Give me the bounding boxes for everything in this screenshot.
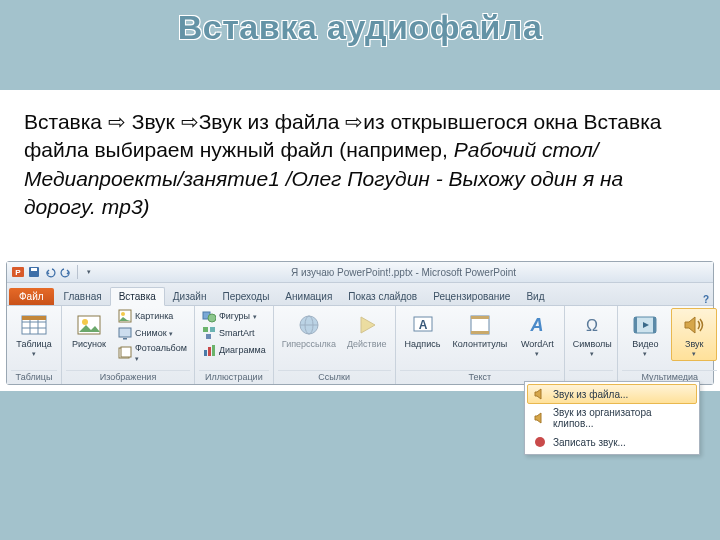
svg-text:A: A: [418, 318, 427, 332]
svg-rect-9: [22, 316, 46, 320]
tab-slideshow[interactable]: Показ слайдов: [340, 288, 425, 305]
svg-text:Ω: Ω: [586, 317, 598, 334]
hyperlink-icon: [295, 311, 323, 339]
svg-rect-14: [119, 328, 131, 337]
redo-icon[interactable]: [59, 265, 73, 279]
omega-icon: Ω: [578, 311, 606, 339]
app-icon: P: [11, 265, 25, 279]
svg-rect-3: [31, 268, 37, 271]
audio-button[interactable]: Звук ▾: [671, 308, 717, 360]
group-images: Рисунок Картинка Снимок ▾: [62, 306, 195, 384]
chart-icon: [202, 343, 216, 357]
clipart-button[interactable]: Картинка: [115, 308, 190, 324]
svg-rect-17: [121, 347, 131, 357]
tab-bar: Файл Главная Вставка Дизайн Переходы Ани…: [7, 283, 713, 306]
slide-title: Вставка аудиофайла: [0, 8, 720, 47]
picture-button[interactable]: Рисунок: [66, 308, 112, 352]
arrow-icon: ⇨: [181, 110, 199, 133]
menu-record-audio[interactable]: Записать звук...: [527, 432, 697, 452]
video-icon: [631, 311, 659, 339]
group-illustrations: Фигуры ▾ SmartArt Диаграмма Иллюстрации: [195, 306, 274, 384]
tab-home[interactable]: Главная: [56, 288, 110, 305]
powerpoint-ribbon: P ▾ Я изучаю PowerPoint!.pptx - Microsof…: [6, 261, 714, 385]
group-symbols: Ω Символы ▾: [565, 306, 618, 384]
svg-rect-23: [204, 350, 207, 356]
svg-point-41: [535, 437, 545, 447]
action-icon: [353, 311, 381, 339]
clipart-icon: [118, 309, 132, 323]
instruction-text: Вставка ⇨ Звук ⇨Звук из файла ⇨из открыв…: [0, 90, 720, 261]
svg-rect-15: [123, 338, 127, 340]
wordart-icon: A: [523, 311, 551, 339]
arrow-icon: ⇨: [345, 110, 363, 133]
group-tables: Таблица ▾ Таблицы: [7, 306, 62, 384]
audio-dropdown-menu: Звук из файла... Звук из организатора кл…: [524, 381, 700, 455]
svg-rect-22: [206, 334, 211, 339]
undo-icon[interactable]: [43, 265, 57, 279]
wordart-button[interactable]: A WordArt ▾: [514, 308, 560, 360]
chevron-down-icon: ▾: [590, 350, 594, 358]
arrow-icon: ⇨: [108, 110, 126, 133]
svg-text:P: P: [15, 268, 21, 277]
window-title: Я изучаю PowerPoint!.pptx - Microsoft Po…: [98, 267, 709, 278]
speaker-icon: [680, 311, 708, 339]
screenshot-icon: [118, 326, 132, 340]
hyperlink-button[interactable]: Гиперссылка: [278, 308, 340, 352]
group-text: A Надпись Колонтитулы A WordArt ▾ Текст: [396, 306, 566, 384]
svg-rect-33: [471, 316, 489, 319]
video-button[interactable]: Видео ▾: [622, 308, 668, 360]
svg-rect-38: [634, 317, 637, 333]
table-button[interactable]: Таблица ▾: [11, 308, 57, 360]
svg-point-11: [82, 319, 88, 325]
svg-point-19: [208, 314, 216, 322]
smartart-button[interactable]: SmartArt: [199, 325, 269, 341]
title-bar: P ▾ Я изучаю PowerPoint!.pptx - Microsof…: [7, 262, 713, 283]
table-icon: [20, 311, 48, 339]
group-links: Гиперссылка Действие Ссылки: [274, 306, 396, 384]
symbols-button[interactable]: Ω Символы ▾: [569, 308, 615, 360]
speaker-icon: [533, 387, 547, 401]
speaker-icon: [533, 411, 547, 425]
tab-animations[interactable]: Анимация: [277, 288, 340, 305]
svg-rect-25: [212, 345, 215, 356]
screenshot-button[interactable]: Снимок ▾: [115, 325, 190, 341]
svg-rect-20: [203, 327, 208, 332]
textbox-icon: A: [409, 311, 437, 339]
record-icon: [533, 435, 547, 449]
qat-dropdown-icon[interactable]: ▾: [82, 265, 96, 279]
save-icon[interactable]: [27, 265, 41, 279]
group-media: Видео ▾ Звук ▾ Мультимедиа: [618, 306, 720, 384]
svg-marker-29: [361, 317, 375, 333]
chart-button[interactable]: Диаграмма: [199, 342, 269, 358]
help-icon[interactable]: ?: [703, 294, 709, 305]
headerfooter-icon: [466, 311, 494, 339]
tab-transitions[interactable]: Переходы: [214, 288, 277, 305]
picture-icon: [75, 311, 103, 339]
chevron-down-icon: ▾: [643, 350, 647, 358]
svg-text:A: A: [530, 315, 544, 335]
svg-point-13: [121, 312, 125, 316]
photoalbum-icon: [118, 346, 132, 360]
photoalbum-button[interactable]: Фотоальбом ▾: [115, 342, 190, 364]
svg-rect-21: [210, 327, 215, 332]
chevron-down-icon: ▾: [535, 350, 539, 358]
headerfooter-button[interactable]: Колонтитулы: [449, 308, 512, 352]
chevron-down-icon: ▾: [32, 350, 36, 358]
chevron-down-icon: ▾: [692, 350, 696, 358]
menu-audio-from-file[interactable]: Звук из файла...: [527, 384, 697, 404]
smartart-icon: [202, 326, 216, 340]
tab-design[interactable]: Дизайн: [165, 288, 215, 305]
textbox-button[interactable]: A Надпись: [400, 308, 446, 352]
shapes-button[interactable]: Фигуры ▾: [199, 308, 269, 324]
svg-rect-34: [471, 331, 489, 334]
tab-file[interactable]: Файл: [9, 288, 54, 305]
ribbon-groups: Таблица ▾ Таблицы Рисунок: [7, 306, 713, 384]
shapes-icon: [202, 309, 216, 323]
svg-rect-24: [208, 347, 211, 356]
menu-audio-from-organizer[interactable]: Звук из организатора клипов...: [527, 404, 697, 432]
tab-view[interactable]: Вид: [518, 288, 552, 305]
tab-insert[interactable]: Вставка: [110, 287, 165, 306]
svg-rect-39: [653, 317, 656, 333]
action-button[interactable]: Действие: [343, 308, 391, 352]
tab-review[interactable]: Рецензирование: [425, 288, 518, 305]
